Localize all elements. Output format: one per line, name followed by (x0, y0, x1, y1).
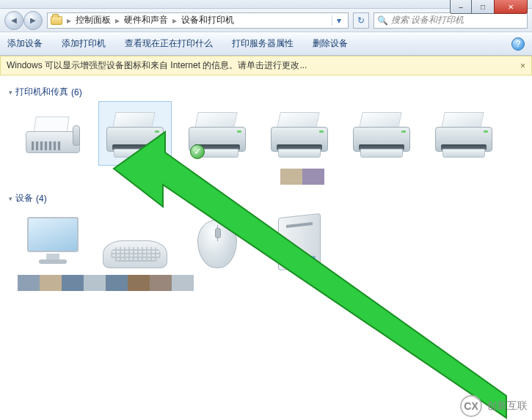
device-printer-default[interactable]: ✓ (181, 101, 254, 166)
color-swatch (302, 169, 324, 185)
printer-icon (103, 112, 167, 162)
notification-close-icon[interactable]: × (520, 61, 525, 71)
collapse-icon: ▾ (9, 89, 12, 96)
breadcrumb-sep: ▸ (172, 15, 177, 26)
device-fax[interactable] (16, 101, 90, 166)
group-label: 打印机和传真 (15, 86, 68, 98)
color-swatch (128, 275, 150, 291)
printer-icon: ✓ (186, 112, 249, 162)
device-drive[interactable] (263, 207, 336, 272)
search-icon: 🔍 (377, 15, 388, 26)
color-swatch (18, 275, 40, 291)
group-label: 设备 (15, 192, 33, 205)
add-printer-button[interactable]: 添加打印机 (62, 37, 106, 50)
forward-button[interactable]: ► (23, 11, 43, 30)
printers-items: ✓ (9, 101, 523, 166)
printer-icon (432, 112, 495, 162)
color-swatch (280, 169, 302, 185)
breadcrumb[interactable]: ▸ 控制面板 ▸ 硬件和声音 ▸ 设备和打印机 ▾ (47, 12, 349, 29)
color-swatch (40, 275, 62, 291)
breadcrumb-item-hardware-sound[interactable]: 硬件和声音 (124, 14, 168, 26)
maximize-button[interactable]: □ (472, 0, 494, 14)
breadcrumb-item-devices-printers[interactable]: 设备和打印机 (181, 14, 234, 26)
device-printer-selected[interactable] (98, 101, 172, 166)
view-print-queue-button[interactable]: 查看现在正在打印什么 (125, 37, 213, 50)
group-count: (4) (36, 194, 47, 204)
fax-icon (21, 115, 84, 162)
printer-icon (268, 112, 331, 162)
breadcrumb-sep: ▸ (115, 15, 120, 26)
color-swatch (172, 275, 194, 291)
folder-icon (51, 16, 62, 25)
search-placeholder: 搜索 设备和打印机 (391, 14, 464, 26)
close-button[interactable]: ✕ (494, 0, 528, 14)
notification-bar[interactable]: Windows 可以显示增强型设备图标和来自 Internet 的信息。请单击进… (0, 56, 532, 75)
command-toolbar: 添加设备 添加打印机 查看现在正在打印什么 打印服务器属性 删除设备 ? (0, 32, 532, 56)
color-swatch-row (18, 275, 523, 291)
printer-icon (350, 112, 413, 162)
window-controls: – □ ✕ (450, 0, 528, 15)
watermark: CX 创新互联 (460, 395, 528, 417)
print-server-properties-button[interactable]: 打印服务器属性 (232, 37, 294, 50)
group-header-printers[interactable]: ▾ 打印机和传真 (6) (9, 86, 523, 98)
group-count: (6) (71, 87, 82, 97)
device-mouse[interactable] (181, 207, 254, 272)
mouse-icon (197, 220, 237, 268)
color-swatch (62, 275, 84, 291)
watermark-logo: CX (460, 395, 482, 417)
color-swatch-row (280, 169, 523, 185)
monitor-icon (23, 214, 83, 268)
collapse-icon: ▾ (9, 195, 12, 202)
content-area: ▾ 打印机和传真 (6) ✓ ▾ 设备 (4) (0, 75, 532, 297)
add-device-button[interactable]: 添加设备 (7, 37, 43, 50)
device-printer[interactable] (345, 101, 418, 166)
breadcrumb-dropdown[interactable]: ▾ (332, 15, 345, 26)
devices-items (9, 207, 523, 272)
color-swatch (84, 275, 106, 291)
device-monitor[interactable] (16, 207, 90, 272)
device-keyboard[interactable] (98, 207, 172, 272)
default-check-icon: ✓ (190, 144, 205, 159)
watermark-text: 创新互联 (487, 399, 528, 413)
breadcrumb-item-control-panel[interactable]: 控制面板 (76, 14, 111, 26)
device-printer[interactable] (427, 101, 500, 166)
refresh-button[interactable]: ↻ (353, 12, 369, 29)
keyboard-icon (103, 240, 167, 268)
color-swatch (106, 275, 128, 291)
breadcrumb-sep: ▸ (67, 15, 71, 26)
notification-text: Windows 可以显示增强型设备图标和来自 Internet 的信息。请单击进… (7, 59, 307, 72)
back-button[interactable]: ◄ (4, 11, 23, 30)
remove-device-button[interactable]: 删除设备 (313, 37, 348, 50)
group-header-devices[interactable]: ▾ 设备 (4) (9, 192, 523, 205)
nav-buttons: ◄ ► (4, 11, 43, 30)
drive-icon (278, 213, 321, 270)
help-icon[interactable]: ? (511, 37, 525, 51)
device-printer[interactable] (263, 101, 336, 166)
minimize-button[interactable]: – (450, 0, 472, 14)
color-swatch (150, 275, 172, 291)
